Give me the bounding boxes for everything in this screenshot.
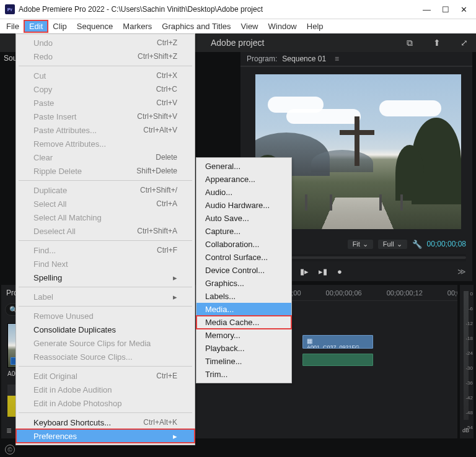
fullscreen-icon[interactable]: ⤢ [459,38,470,48]
pref-audio-hardware[interactable]: Audio Hardware... [196,199,291,212]
menu-remove-unused[interactable]: Remove Unused [16,309,195,323]
timeline-ruler[interactable]: 00;00;00;03 00;00 00;00;00;06 00;00;00;1… [278,285,457,301]
pref-graphics[interactable]: Graphics... [196,277,291,290]
pref-capture[interactable]: Capture... [196,225,291,238]
new-item-icon[interactable]: ⧉ [404,38,415,48]
close-button[interactable]: ✕ [461,5,467,14]
menu-edit-photoshop[interactable]: Edit in Adobe Photoshop [16,396,195,410]
menu-select-all[interactable]: Select AllCtrl+A [16,197,195,211]
pref-device-control[interactable]: Device Control... [196,264,291,277]
window-title: Adobe Premiere Pro 2022 - C:\Users\Sachi… [19,5,423,14]
menu-remove-attributes[interactable]: Remove Attributes... [16,137,195,150]
menu-generate-source-clips[interactable]: Generate Source Clips for Media [16,336,195,350]
pref-auto-save[interactable]: Auto Save... [196,212,291,225]
meter-tick: -18 [465,336,473,341]
zoom-fit-dropdown[interactable]: Fit⌄ [348,240,373,249]
pref-audio[interactable]: Audio... [196,186,291,199]
db-label: dB [462,427,469,433]
menu-cut[interactable]: CutCtrl+X [16,69,195,82]
menu-label[interactable]: Label▸ [16,290,195,303]
ruler-tick: 00;00;00;06 [326,289,362,297]
menu-markers[interactable]: Markers [118,20,157,32]
pref-control-surface[interactable]: Control Surface... [196,251,291,264]
pref-collaboration[interactable]: Collaboration... [196,238,291,251]
menu-reassociate-source-clips[interactable]: Reassociate Source Clips... [16,350,195,363]
app-icon: Pr [5,4,15,14]
preferences-submenu: General... Appearance... Audio... Audio … [196,157,292,383]
pref-trim[interactable]: Trim... [196,368,291,381]
submenu-arrow-icon: ▸ [173,292,177,302]
program-sequence-name[interactable]: Sequence 01 [282,54,326,63]
ruler-tick: 00;00;00;12 [387,289,423,297]
more-transport-icon[interactable]: ≫ [457,267,466,276]
pref-general[interactable]: General... [196,160,291,173]
edit-menu-dropdown: UndoCtrl+Z RedoCtrl+Shift+Z CutCtrl+X Co… [15,33,195,445]
step-fwd-icon[interactable]: ▮▸ [300,267,309,276]
meter-tick: -6 [469,306,473,311]
menu-paste[interactable]: PasteCtrl+V [16,96,195,110]
menu-clip[interactable]: Clip [48,20,71,32]
pref-media-cache[interactable]: Media Cache... [196,316,291,329]
menu-clear[interactable]: ClearDelete [16,150,195,164]
menu-keyboard-shortcuts[interactable]: Keyboard Shortcuts...Ctrl+Alt+K [16,416,195,429]
mark-out-icon[interactable]: ▸▮ [319,267,327,276]
timeline-video-clip[interactable]: ▦ A001_C037_0921FG [302,335,373,349]
workspace-name[interactable]: Adobe project [211,38,264,48]
menu-deselect-all[interactable]: Deselect AllCtrl+Shift+A [16,224,195,238]
menu-select-all-matching[interactable]: Select All Matching [16,211,195,224]
menu-preferences[interactable]: Preferences▸ [16,429,195,443]
minimize-button[interactable]: — [423,5,431,14]
pref-playback[interactable]: Playback... [196,342,291,355]
menu-graphics[interactable]: Graphics and Titles [157,20,236,32]
pref-media[interactable]: Media... [196,303,291,316]
panel-menu-icon[interactable]: ≡ [335,54,339,63]
settings-wrench-icon[interactable]: 🔧 [412,240,422,249]
program-label: Program: [247,54,277,63]
menu-spelling[interactable]: Spelling▸ [16,271,195,284]
menu-edit-audition[interactable]: Edit in Adobe Audition [16,383,195,396]
menu-find[interactable]: Find...Ctrl+F [16,243,195,257]
audio-meter: 0 -6 -12 -18 -24 -30 -36 -42 -48 -54 dB [460,285,474,438]
resolution-dropdown[interactable]: Full⌄ [378,240,407,249]
menu-file[interactable]: File [1,20,24,32]
pref-appearance[interactable]: Appearance... [196,173,291,186]
menu-copy[interactable]: CopyCtrl+C [16,82,195,96]
meter-tick: -48 [465,410,473,416]
menu-sequence[interactable]: Sequence [72,20,118,32]
menu-paste-attributes[interactable]: Paste Attributes...Ctrl+Alt+V [16,123,195,137]
menu-view[interactable]: View [236,20,263,32]
menu-edit-original[interactable]: Edit OriginalCtrl+E [16,369,195,383]
list-view-icon[interactable]: ≣ [4,426,14,435]
menu-consolidate-duplicates[interactable]: Consolidate Duplicates [16,323,195,336]
meter-tick: -12 [465,321,473,326]
window-titlebar: Pr Adobe Premiere Pro 2022 - C:\Users\Sa… [0,0,476,19]
menu-ripple-delete[interactable]: Ripple DeleteShift+Delete [16,164,195,178]
maximize-button[interactable]: ☐ [442,5,449,14]
menu-duplicate[interactable]: DuplicateCtrl+Shift+/ [16,183,195,197]
menu-find-next[interactable]: Find Next [16,257,195,271]
submenu-arrow-icon: ▸ [173,432,177,441]
pref-timeline[interactable]: Timeline... [196,355,291,368]
menu-help[interactable]: Help [302,20,328,32]
menu-redo[interactable]: RedoCtrl+Shift+Z [16,50,195,63]
menu-edit[interactable]: Edit [24,20,48,32]
ruler-tick: 00;00;0 [447,289,457,297]
menu-undo[interactable]: UndoCtrl+Z [16,36,195,50]
menu-bar: File Edit Clip Sequence Markers Graphics… [0,19,476,33]
pref-memory[interactable]: Memory... [196,329,291,342]
clip-label: A001_C037_0921FG [307,344,359,349]
record-icon[interactable]: ● [337,267,342,276]
meter-tick: -36 [465,380,473,386]
timeline-audio-clip[interactable] [302,354,373,366]
duration-timecode: 00;00;00;08 [427,240,466,248]
meter-tick: -30 [465,365,473,371]
meter-tick: -24 [465,350,473,356]
submenu-arrow-icon: ▸ [173,273,177,282]
program-header: Program: Sequence 01 ≡ [240,52,472,67]
meter-tick: 0 [470,291,473,297]
export-icon[interactable]: ⬆ [431,38,443,48]
pref-labels[interactable]: Labels... [196,290,291,303]
menu-window[interactable]: Window [263,20,302,32]
menu-paste-insert[interactable]: Paste InsertCtrl+Shift+V [16,110,195,123]
creative-cloud-icon[interactable]: © [5,445,15,455]
